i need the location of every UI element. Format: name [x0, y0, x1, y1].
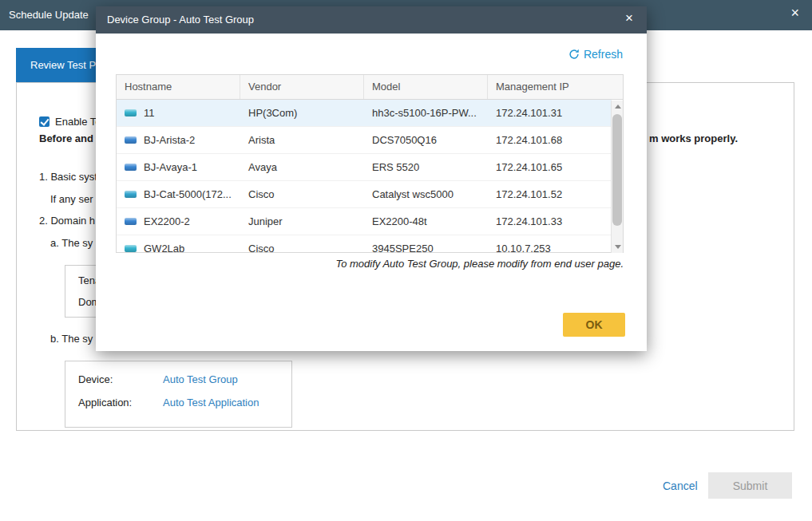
modal-title: Device Group - Auto Test Group [107, 14, 254, 26]
device-application-box: Device: Auto Test Group Application: Aut… [65, 361, 292, 428]
cell-hostname: BJ-Arista-2 [117, 134, 240, 146]
column-vendor[interactable]: Vendor [240, 75, 364, 99]
modal-note: To modify Auto Test Group, please modify… [335, 258, 624, 270]
scrollbar-thumb[interactable] [612, 114, 622, 226]
list-item-1a: If any ser [50, 193, 93, 205]
cell-hostname: GW2Lab [117, 243, 240, 252]
list-item-2b: b. The sy [50, 333, 93, 345]
submit-button[interactable]: Submit [708, 472, 792, 499]
router-icon [125, 245, 137, 252]
device-icon [125, 136, 137, 144]
table-row[interactable]: GW2LabCisco3945SPE25010.10.7.253 [117, 235, 612, 252]
cell-management-ip: 172.24.101.33 [488, 215, 612, 227]
table-scrollbar[interactable] [611, 101, 623, 253]
device-group-link[interactable]: Auto Test Group [163, 373, 238, 385]
cell-model: 3945SPE250 [364, 243, 488, 252]
device-table: Hostname Vendor Model Management IP 11HP… [116, 74, 624, 253]
table-row[interactable]: BJ-Cat-5000(172...CiscoCatalyst wsc50001… [117, 181, 612, 208]
router-icon [125, 218, 137, 225]
window-close-icon[interactable]: × [790, 6, 799, 20]
ok-button[interactable]: OK [563, 313, 625, 337]
cell-vendor: Avaya [240, 161, 364, 173]
enable-test-checkbox[interactable] [39, 116, 50, 127]
column-hostname[interactable]: Hostname [117, 75, 240, 99]
cell-management-ip: 172.24.101.65 [488, 161, 612, 173]
table-row[interactable]: BJ-Avaya-1AvayaERS 5520172.24.101.65 [117, 154, 612, 181]
device-group-modal: Device Group - Auto Test Group × Refresh… [96, 6, 647, 351]
cell-management-ip: 172.24.101.31 [488, 107, 612, 119]
switch-icon [125, 109, 137, 116]
cell-model: DCS7050Q16 [364, 134, 488, 146]
cancel-button[interactable]: Cancel [663, 480, 698, 492]
column-model[interactable]: Model [364, 75, 488, 99]
cell-vendor: Cisco [240, 243, 364, 252]
cell-vendor: Cisco [240, 188, 364, 200]
list-item-2a: a. The sy [50, 237, 93, 249]
table-row[interactable]: 11HP(3Com)hh3c-s5100-16P-PW...172.24.101… [117, 100, 612, 127]
cell-model: EX2200-48t [364, 215, 488, 227]
refresh-button[interactable]: Refresh [568, 48, 623, 61]
cell-vendor: Arista [240, 134, 364, 146]
cell-management-ip: 172.24.101.52 [488, 188, 612, 200]
cell-hostname: BJ-Avaya-1 [117, 161, 240, 173]
cell-vendor: HP(3Com) [240, 107, 364, 119]
list-item-2: 2. Domain h [39, 215, 95, 227]
table-header: Hostname Vendor Model Management IP [117, 75, 623, 100]
modal-close-icon[interactable]: × [625, 11, 633, 25]
window-title: Schedule Update [9, 9, 89, 21]
device-icon [125, 164, 137, 171]
column-management-ip[interactable]: Management IP [488, 75, 623, 99]
enable-test-row: Enable Te [39, 116, 101, 128]
scroll-down-icon[interactable] [612, 241, 624, 253]
refresh-label: Refresh [584, 48, 623, 61]
intro-text-left: Before and [39, 132, 93, 144]
cell-model: hh3c-s5100-16P-PW... [364, 107, 488, 119]
refresh-icon [568, 49, 580, 60]
cell-hostname: BJ-Cat-5000(172... [117, 188, 240, 200]
list-item-1: 1. Basic syst [39, 171, 97, 183]
application-label: Application: [78, 397, 132, 409]
cell-model: Catalyst wsc5000 [364, 188, 488, 200]
cell-hostname: EX2200-2 [117, 215, 240, 227]
cell-model: ERS 5520 [364, 161, 488, 173]
scroll-up-icon[interactable] [612, 101, 624, 112]
device-label: Device: [78, 373, 113, 385]
cell-management-ip: 10.10.7.253 [488, 243, 612, 252]
application-link[interactable]: Auto Test Application [163, 397, 259, 409]
table-row[interactable]: EX2200-2JuniperEX2200-48t172.24.101.33 [117, 208, 612, 235]
cell-vendor: Juniper [240, 215, 364, 227]
table-body: 11HP(3Com)hh3c-s5100-16P-PW...172.24.101… [117, 100, 612, 252]
cell-hostname: 11 [117, 107, 240, 119]
modal-titlebar: Device Group - Auto Test Group × [96, 6, 647, 34]
table-row[interactable]: BJ-Arista-2AristaDCS7050Q16172.24.101.68 [117, 127, 612, 154]
switch-icon [125, 191, 137, 198]
intro-text-right: m works properly. [649, 132, 738, 144]
cell-management-ip: 172.24.101.68 [488, 134, 612, 146]
enable-test-label: Enable Te [55, 116, 101, 128]
